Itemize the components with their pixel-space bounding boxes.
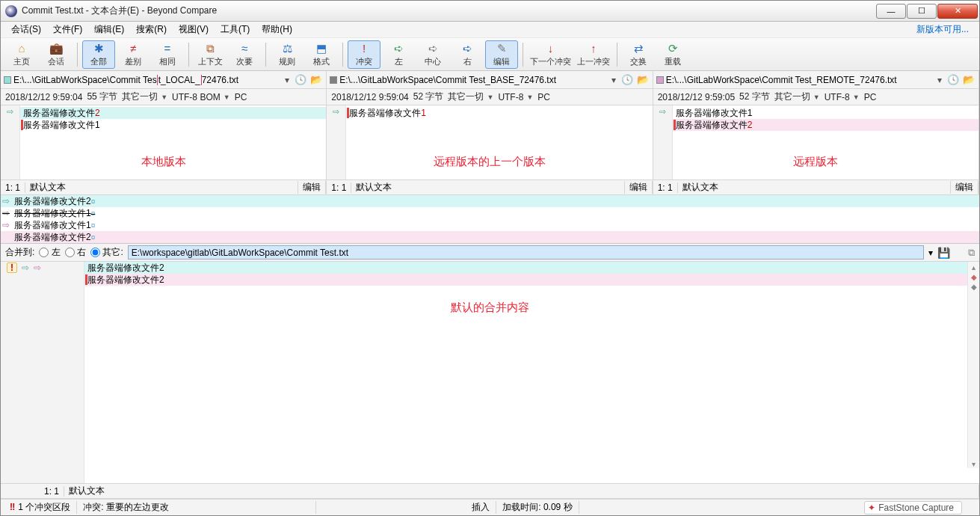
text-area[interactable]: 服务器端修改文件1 bbox=[346, 105, 652, 179]
merge-to-left-radio[interactable]: 左 bbox=[39, 246, 60, 259]
merge-preview-line[interactable]: ⇨服务器端修改文件1¤ bbox=[1, 207, 979, 219]
compare-panes: ⇨ 服务器端修改文件2服务器端修改文件1 本地版本 1: 1 默认文本 编辑 ⇨… bbox=[1, 105, 979, 195]
text-area[interactable]: 服务器端修改文件2服务器端修改文件1 bbox=[20, 105, 326, 179]
history-icon[interactable]: 🕓 bbox=[946, 73, 960, 87]
new-version-link[interactable]: 新版本可用... bbox=[916, 23, 975, 36]
toolbar-label: 差别 bbox=[125, 56, 141, 67]
merge-preview-line[interactable]: 服务器端修改文件2¤ bbox=[1, 231, 979, 243]
platform: PC bbox=[864, 92, 877, 102]
menubar: 会话(S) 文件(F) 编辑(E) 搜索(R) 视图(V) 工具(T) 帮助(H… bbox=[1, 22, 979, 38]
sessions-icon: 💼 bbox=[49, 42, 63, 55]
pane-right[interactable]: ⇨ 服务器端修改文件1服务器端修改文件2 远程版本 1: 1 默认文本 编辑 bbox=[653, 105, 979, 194]
menu-search[interactable]: 搜索(R) bbox=[130, 22, 173, 37]
status-mode: 编辑 bbox=[951, 181, 979, 194]
toolbar-next-conflict-button[interactable]: ↓下一个冲突 bbox=[528, 40, 573, 69]
menu-view[interactable]: 视图(V) bbox=[173, 22, 215, 37]
toolbar-swap-button[interactable]: ⇄交换 bbox=[622, 40, 655, 69]
toolbar-label: 全部 bbox=[90, 56, 107, 67]
text-area[interactable]: 服务器端修改文件1服务器端修改文件2 bbox=[673, 105, 979, 179]
save-icon[interactable]: 💾 bbox=[937, 247, 950, 259]
encoding-dropdown[interactable]: UTF-8 bbox=[825, 92, 850, 102]
toolbar-reload-button[interactable]: ⟳重载 bbox=[656, 40, 689, 69]
toolbar-format-button[interactable]: ⬒格式 bbox=[305, 40, 338, 69]
toolbar-edit-button[interactable]: ✎编辑 bbox=[485, 40, 518, 69]
dropdown-icon[interactable]: ▾ bbox=[928, 248, 933, 258]
browse-icon[interactable]: 📂 bbox=[962, 73, 976, 87]
menu-file[interactable]: 文件(F) bbox=[47, 22, 88, 37]
info-left: 2018/12/12 9:59:04 55 字节 其它一切▼ UTF-8 BOM… bbox=[1, 89, 327, 105]
history-icon[interactable]: 🕓 bbox=[620, 73, 634, 87]
toolbar-home-button[interactable]: ⌂主页 bbox=[5, 40, 38, 69]
toolbar-same-button[interactable]: =相同 bbox=[151, 40, 184, 69]
code-line[interactable]: 服务器端修改文件1 bbox=[346, 107, 652, 119]
path-left[interactable]: E:\...\GitLabWorkSpace\Commit Test_LOCAL… bbox=[13, 75, 280, 85]
timestamp: 2018/12/12 9:59:04 bbox=[5, 92, 82, 102]
menu-help[interactable]: 帮助(H) bbox=[256, 22, 298, 37]
path-right-color bbox=[656, 76, 664, 84]
dropdown-icon[interactable]: ▾ bbox=[609, 75, 618, 85]
toolbar-rules-button[interactable]: ⚖规则 bbox=[271, 40, 303, 69]
menu-edit[interactable]: 编辑(E) bbox=[88, 22, 130, 37]
path-center[interactable]: E:\...\GitLabWorkSpace\Commit Test_BASE_… bbox=[339, 75, 606, 85]
dropdown-icon[interactable]: ▾ bbox=[935, 75, 944, 85]
toolbar-minor-button[interactable]: ≈次要 bbox=[228, 40, 261, 69]
toolbar-diffs-button[interactable]: ≠差别 bbox=[117, 40, 150, 69]
toolbar-label: 编辑 bbox=[493, 56, 510, 67]
toolbar-left-button[interactable]: ➪左 bbox=[382, 40, 415, 69]
output-status: 1: 1 默认文本 bbox=[1, 483, 979, 498]
menu-tools[interactable]: 工具(T) bbox=[215, 22, 256, 37]
else-dropdown[interactable]: 其它一切 bbox=[448, 90, 484, 103]
maximize-button[interactable]: ☐ bbox=[907, 4, 937, 19]
toolbar-conflicts-button[interactable]: !冲突 bbox=[348, 40, 380, 69]
toolbar-label: 会话 bbox=[48, 56, 64, 67]
toolbar-right-button[interactable]: ➪右 bbox=[451, 40, 484, 69]
pane-left[interactable]: ⇨ 服务器端修改文件2服务器端修改文件1 本地版本 1: 1 默认文本 编辑 bbox=[1, 105, 327, 194]
menu-session[interactable]: 会话(S) bbox=[5, 22, 47, 37]
merge-to-right-radio[interactable]: 右 bbox=[65, 246, 86, 259]
text-area[interactable]: 服务器端修改文件2服务器端修改文件2 bbox=[84, 262, 979, 483]
path-right[interactable]: E:\...\GitLabWorkSpace\Commit Test_REMOT… bbox=[666, 75, 933, 85]
detach-icon[interactable]: ⧉ bbox=[968, 247, 975, 259]
toolbar-sessions-button[interactable]: 💼会话 bbox=[40, 40, 73, 69]
dropdown-icon[interactable]: ▾ bbox=[283, 75, 292, 85]
merge-preview-line[interactable]: ⇨服务器端修改文件2¤ bbox=[1, 195, 979, 207]
merge-to-path-input[interactable] bbox=[128, 245, 924, 259]
close-button[interactable]: ✕ bbox=[937, 4, 978, 19]
toolbar-label: 相同 bbox=[159, 56, 176, 67]
else-dropdown[interactable]: 其它一切 bbox=[774, 90, 810, 103]
overview-strip[interactable]: ▴ ◆ ◆ ▾ bbox=[967, 262, 979, 468]
browse-icon[interactable]: 📂 bbox=[309, 73, 323, 87]
timestamp: 2018/12/12 9:59:04 bbox=[331, 92, 408, 102]
code-line[interactable]: 服务器端修改文件2 bbox=[673, 119, 979, 131]
output-line[interactable]: 服务器端修改文件2 bbox=[84, 274, 979, 286]
file-size: 52 字节 bbox=[739, 90, 770, 103]
else-dropdown[interactable]: 其它一切 bbox=[122, 90, 158, 103]
scroll-down-icon[interactable]: ▾ bbox=[972, 460, 976, 468]
scroll-up-icon[interactable]: ▴ bbox=[972, 263, 976, 271]
code-line[interactable]: 服务器端修改文件2 bbox=[20, 107, 326, 119]
platform: PC bbox=[235, 92, 247, 102]
toolbar-all-button[interactable]: ✱全部 bbox=[82, 40, 115, 69]
code-line[interactable]: 服务器端修改文件1 bbox=[673, 107, 979, 119]
browse-icon[interactable]: 📂 bbox=[636, 73, 650, 87]
all-icon: ✱ bbox=[92, 42, 105, 55]
minimize-button[interactable]: — bbox=[876, 4, 906, 19]
toolbar-prev-conflict-button[interactable]: ↑上一冲突 bbox=[575, 40, 612, 69]
merge-preview-line[interactable]: ⇨服务器端修改文件1¤ bbox=[1, 219, 979, 231]
toolbar-label: 重载 bbox=[665, 56, 681, 67]
pane-center[interactable]: ⇨ 服务器端修改文件1 远程版本的上一个版本 1: 1 默认文本 编辑 bbox=[327, 105, 653, 194]
encoding-dropdown[interactable]: UTF-8 BOM bbox=[172, 92, 221, 102]
path-left-cell: E:\...\GitLabWorkSpace\Commit Test_LOCAL… bbox=[1, 71, 327, 88]
edit-icon: ✎ bbox=[495, 42, 508, 55]
toolbar-context-button[interactable]: ⧉上下文 bbox=[194, 40, 226, 69]
next-conflict-icon: ↓ bbox=[544, 42, 558, 55]
encoding-dropdown[interactable]: UTF-8 bbox=[498, 92, 523, 102]
output-pane[interactable]: !⇨⇨ 服务器端修改文件2服务器端修改文件2 ▴ ◆ ◆ ▾ 默认的合并内容 1… bbox=[1, 262, 979, 499]
code-line[interactable]: 服务器端修改文件1 bbox=[20, 119, 326, 131]
toolbar-center-button[interactable]: ➪中心 bbox=[416, 40, 449, 69]
history-icon[interactable]: 🕓 bbox=[294, 73, 307, 87]
merge-to-other-radio[interactable]: 其它: bbox=[90, 246, 123, 259]
window-title: Commit Test.txt - 文本合并(E) - Beyond Compa… bbox=[22, 4, 875, 17]
output-line[interactable]: 服务器端修改文件2 bbox=[84, 262, 979, 274]
toolbar: ⌂主页💼会话✱全部≠差别=相同⧉上下文≈次要⚖规则⬒格式!冲突➪左➪中心➪右✎编… bbox=[1, 38, 979, 71]
